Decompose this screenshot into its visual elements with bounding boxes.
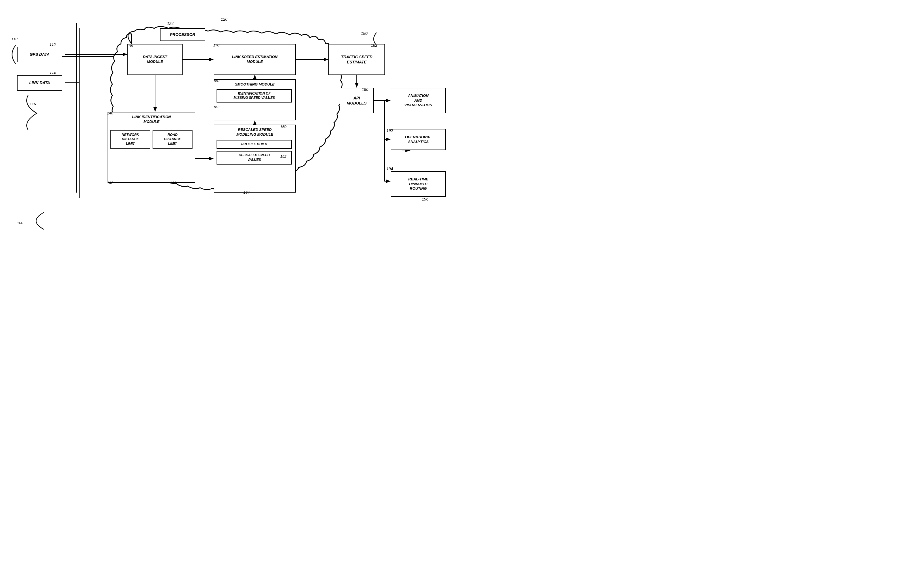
ref-170: 170 [213, 43, 219, 47]
ref-110: 110 [12, 37, 18, 41]
ref-100: 100 [17, 221, 23, 225]
ref-142: 142 [107, 181, 113, 185]
ref-144: 144 [170, 181, 176, 185]
ref-196: 196 [422, 197, 428, 202]
ref-116: 116 [30, 102, 36, 106]
ref-152: 152 [280, 154, 287, 159]
ref-120: 120 [221, 17, 227, 21]
gps-data-box: GPS DATA [17, 47, 62, 62]
link-data-box: LINK DATA [17, 75, 62, 91]
real-time-routing-box: REAL-TIMEDYNAMTCROUTING [391, 171, 446, 197]
smoothing-box: SMOOTHING MODULE IDENTIFICATION OFMISSIN… [214, 79, 296, 121]
network-distance-box: NETWORKDISTANCELIMIT [111, 130, 150, 149]
link-speed-box: LINK SPEED ESTIMATIONMODULE [214, 44, 296, 75]
ref-180: 180 [361, 31, 368, 36]
ref-140: 140 [107, 111, 113, 115]
ref-162: 162 [213, 105, 219, 109]
ref-150: 150 [280, 125, 287, 129]
ref-112: 112 [50, 43, 56, 47]
ref-160: 160 [213, 79, 219, 83]
diagram: 100 110 GPS DATA 112 LINK DATA 114 116 1… [0, 0, 462, 291]
processor-box: PROCESSOR [160, 28, 205, 41]
identification-missing-box: IDENTIFICATION OFMISSING SPEED VALUES [216, 89, 292, 103]
profile-build-box: PROFILE BUILD [216, 140, 292, 149]
ref-182: 182 [371, 43, 377, 48]
data-ingest-box: DATA INGESTMODULE [127, 44, 183, 75]
operational-analytics-box: OPERATIONALANALYTICS [391, 129, 446, 150]
ref-124: 124 [167, 21, 173, 26]
ref-194: 194 [386, 167, 393, 171]
rescaled-speed-box: RESCALED SPEEDMODELING MODULE PROFILE BU… [214, 125, 296, 193]
road-distance-box: ROADDISTANCELIMIT [153, 130, 193, 149]
ref-130: 130 [127, 44, 133, 48]
animation-box: ANIMATIONANDVISUALIZATION [391, 88, 446, 113]
traffic-speed-box: TRAFFIC SPEEDESTIMATE [328, 44, 385, 75]
ref-114: 114 [50, 71, 56, 75]
ref-190: 190 [362, 87, 368, 92]
ref-154: 154 [243, 190, 250, 195]
link-identification-box: LINK IDENTIFICATIONMODULE NETWORKDISTANC… [107, 112, 195, 183]
ref-192: 192 [386, 128, 393, 133]
api-modules-box: APIMODULES [340, 88, 374, 113]
